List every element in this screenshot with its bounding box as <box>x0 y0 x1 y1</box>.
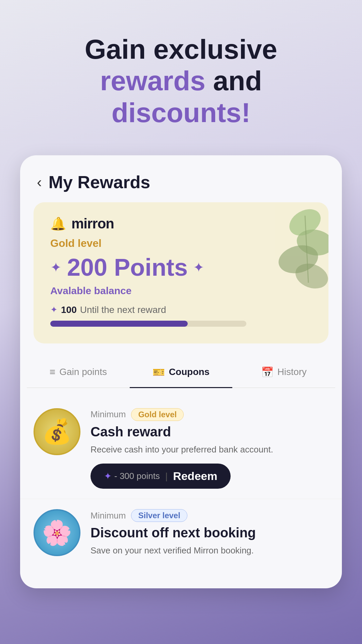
next-reward-row: ✦ 100 Until the next reward <box>50 305 312 315</box>
hero-section: Gain exclusive rewards and discounts! <box>0 0 362 149</box>
coupon-item-cash: 💰 Minimum Gold level Cash reward Receive… <box>20 398 342 499</box>
cash-level-badge: Gold level <box>131 408 184 421</box>
cash-minimum-row: Minimum Gold level <box>90 408 328 421</box>
cash-redeem-button[interactable]: ✦ - 300 points | Redeem <box>90 464 231 489</box>
hero-title: Gain exclusive rewards and discounts! <box>27 34 335 128</box>
page-title: My Rewards <box>49 172 150 192</box>
discount-title: Discount off next booking <box>90 525 328 540</box>
tab-gain-points-label: Gain points <box>59 367 107 377</box>
history-icon: 📅 <box>261 366 274 378</box>
tab-gain-points[interactable]: ≡ Gain points <box>27 357 130 387</box>
brand-icon: 🔔 <box>50 216 66 231</box>
app-header: ‹ My Rewards <box>20 155 342 202</box>
sparkle-right: ✦ <box>193 260 204 275</box>
cash-reward-title: Cash reward <box>90 424 328 439</box>
discount-minimum-label: Minimum <box>90 511 126 521</box>
coupons-icon: 🎫 <box>153 366 165 378</box>
back-button[interactable]: ‹ <box>37 174 42 191</box>
next-reward-num: 100 <box>61 305 77 315</box>
gain-points-icon: ≡ <box>50 366 56 378</box>
cash-points-cost: ✦ - 300 points <box>104 471 160 482</box>
cash-reward-desc: Receive cash into your preferred bank ac… <box>90 443 328 455</box>
progress-bar-bg <box>50 321 246 327</box>
points-card: 🔔 mirron Gold level ✦ 200 Points ✦ Avala… <box>34 202 328 343</box>
redeem-divider: | <box>165 471 168 482</box>
hero-and: and <box>213 65 262 96</box>
tab-coupons-label: Coupons <box>169 367 209 377</box>
coupon-image-discount: 🌸 <box>34 509 80 556</box>
progress-bar-fill <box>50 321 188 327</box>
coupon-content-discount: Minimum Silver level Discount off next b… <box>90 509 328 565</box>
coupon-content-cash: Minimum Gold level Cash reward Receive c… <box>90 408 328 489</box>
brand-name: mirron <box>71 216 114 232</box>
discount-emoji: 🌸 <box>42 519 72 547</box>
points-number: 200 Points <box>67 254 188 281</box>
cash-minimum-label: Minimum <box>90 409 126 420</box>
hero-rewards: rewards <box>100 65 205 96</box>
coupon-item-discount: 🌸 Minimum Silver level Discount off next… <box>20 499 342 568</box>
redeem-sparkle: ✦ <box>104 471 112 482</box>
tab-history-label: History <box>278 367 307 377</box>
cash-cost-label: - 300 points <box>114 471 160 481</box>
next-reward-text: Until the next reward <box>80 305 166 315</box>
cash-emoji: 💰 <box>42 417 72 446</box>
tab-coupons[interactable]: 🎫 Coupons <box>130 357 233 387</box>
discount-minimum-row: Minimum Silver level <box>90 509 328 522</box>
hero-line1: Gain exclusive <box>85 34 277 64</box>
discount-desc: Save on your next verified Mirron bookin… <box>90 544 328 556</box>
hero-discounts: discounts! <box>112 97 251 128</box>
coupon-image-cash: 💰 <box>34 408 80 455</box>
sparkle-left: ✦ <box>50 260 62 275</box>
cash-redeem-label: Redeem <box>173 470 217 483</box>
tab-history[interactable]: 📅 History <box>232 357 335 387</box>
app-card: ‹ My Rewards 🔔 mirron Gold level ✦ 200 P… <box>20 155 342 588</box>
next-reward-sparkle: ✦ <box>50 305 58 315</box>
tab-bar: ≡ Gain points 🎫 Coupons 📅 History <box>27 357 335 388</box>
leaf-decoration <box>265 202 328 296</box>
discount-level-badge: Silver level <box>131 509 187 522</box>
coupon-list: 💰 Minimum Gold level Cash reward Receive… <box>20 391 342 575</box>
